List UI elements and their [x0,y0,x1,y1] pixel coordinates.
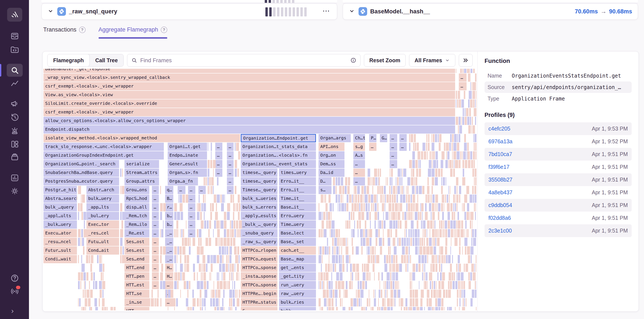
flamegraph-micro-frames[interactable] [370,220,371,229]
flamegraph-micro-frames[interactable] [432,186,433,194]
flamegraph-micro-frames[interactable] [404,186,404,194]
flamegraph-micro-frames[interactable] [91,272,93,280]
flamegraph-micro-frames[interactable] [210,272,211,280]
flamegraph-micro-frames[interactable] [429,298,432,306]
flamegraph-micro-frames[interactable] [213,298,215,306]
flamegraph-frame[interactable]: … [178,186,186,194]
flamegraph-micro-frames[interactable] [438,134,439,142]
flamegraph-micro-frames[interactable] [375,246,376,254]
flamegraph-micro-frames[interactable] [436,255,437,263]
flamegraph-micro-frames[interactable] [350,272,352,280]
flamegraph-micro-frames[interactable] [212,290,215,298]
flamegraph-micro-frames[interactable] [337,238,339,246]
flamegraph-micro-frames[interactable] [345,177,347,186]
flamegraph-micro-frames[interactable] [360,229,363,237]
flamegraph-micro-frames[interactable] [345,220,346,229]
flamegraph-micro-frames[interactable] [236,272,238,280]
flamegraph-micro-frames[interactable] [470,220,471,229]
flamegraph-micro-frames[interactable] [418,151,420,160]
flamegraph-micro-frames[interactable] [367,246,368,254]
flamegraph-frame[interactable]: bulk_s…errers [241,203,278,211]
flamegraph-micro-frames[interactable] [221,220,224,229]
flamegraph-micro-frames[interactable] [346,281,347,289]
flamegraph-micro-frames[interactable] [373,203,374,211]
flamegraph-micro-frames[interactable] [466,264,468,272]
flamegraph-micro-frames[interactable] [102,298,104,306]
flamegraph-micro-frames[interactable] [210,160,212,168]
flamegraph-micro-frames[interactable] [432,255,434,263]
flamegraph-micro-frames[interactable] [192,238,195,246]
flamegraph-frame[interactable]: _… [165,238,173,246]
flamegraph-micro-frames[interactable] [346,220,348,229]
flamegraph-micro-frames[interactable] [454,229,455,237]
flamegraph-micro-frames[interactable] [160,212,162,220]
flamegraph-micro-frames[interactable] [174,255,176,263]
flamegraph-micro-frames[interactable] [454,160,454,168]
flamegraph-micro-frames[interactable] [202,298,203,306]
flamegraph-micro-frames[interactable] [222,194,224,203]
flamegraph-micro-frames[interactable] [211,177,214,186]
flamegraph-micro-frames[interactable] [216,203,217,211]
flamegraph-micro-frames[interactable] [224,212,226,220]
flamegraph-frame[interactable]: Time…it__ [279,194,316,203]
flamegraph-micro-frames[interactable] [188,307,190,310]
flamegraph-micro-frames[interactable] [413,307,416,310]
flamegraph-micro-frames[interactable] [407,186,409,194]
flamegraph-micro-frames[interactable] [340,238,340,246]
flamegraph-micro-frames[interactable] [229,290,232,298]
flamegraph-micro-frames[interactable] [345,186,347,194]
flamegraph-micro-frames[interactable] [326,203,328,211]
issues-icon[interactable] [10,31,20,41]
flamegraph-frame[interactable]: … [390,151,397,160]
flamegraph-micro-frames[interactable] [468,125,471,134]
flamegraph-micro-frames[interactable] [376,229,378,237]
flamegraph-micro-frames[interactable] [193,264,195,272]
flamegraph-micro-frames[interactable] [458,212,459,220]
flamegraph-micro-frames[interactable] [433,290,436,298]
flamegraph-micro-frames[interactable] [432,194,435,203]
flamegraph-micro-frames[interactable] [168,290,170,298]
flamegraph-micro-frames[interactable] [473,82,476,90]
flamegraph-micro-frames[interactable] [474,194,476,203]
flamegraph-micro-frames[interactable] [426,238,428,246]
flamegraph-micro-frames[interactable] [472,229,474,237]
flamegraph-micro-frames[interactable] [394,290,396,298]
flamegraph-micro-frames[interactable] [163,220,164,229]
flamegraph-frame[interactable]: … [459,82,466,90]
flamegraph-micro-frames[interactable] [433,134,434,142]
flamegraph-micro-frames[interactable] [412,281,412,289]
flamegraph-micro-frames[interactable] [461,220,463,229]
flamegraph-micro-frames[interactable] [446,151,447,160]
flamegraph-micro-frames[interactable] [206,264,207,272]
flamegraph-micro-frames[interactable] [208,177,209,186]
flamegraph-micro-frames[interactable] [227,281,228,289]
flamegraph-micro-frames[interactable] [390,298,393,306]
flamegraph-frame[interactable]: _insta…sponse [241,272,278,280]
flamegraph-micro-frames[interactable] [383,212,384,220]
flamegraph-micro-frames[interactable] [438,298,441,306]
flamegraph-micro-frames[interactable] [426,134,428,142]
flamegraph-micro-frames[interactable] [235,264,235,272]
flamegraph-micro-frames[interactable] [410,272,410,280]
flamegraph-micro-frames[interactable] [390,168,390,177]
flamegraph-micro-frames[interactable] [435,203,436,211]
tab-transactions[interactable]: Transactions ? [43,26,86,39]
flamegraph-micro-frames[interactable] [80,238,81,246]
flamegraph-micro-frames[interactable] [84,220,85,229]
flamegraph-micro-frames[interactable] [223,272,226,280]
flamegraph-micro-frames[interactable] [438,212,439,220]
flamegraph-frame[interactable]: bulk… [279,307,316,310]
flamegraph-micro-frames[interactable] [204,290,207,298]
flamegraph-micro-frames[interactable] [472,125,475,134]
flamegraph-micro-frames[interactable] [373,177,375,186]
flamegraph-micro-frames[interactable] [427,281,428,289]
flamegraph-micro-frames[interactable] [411,168,412,177]
flamegraph-micro-frames[interactable] [332,307,334,310]
profile-link[interactable]: c4efc205 [488,126,510,132]
flamegraph-micro-frames[interactable] [428,194,429,203]
flamegraph-micro-frames[interactable] [236,203,236,211]
flamegraph-micro-frames[interactable] [236,229,237,237]
flamegraph-micro-frames[interactable] [454,134,456,142]
flamegraph-micro-frames[interactable] [120,229,123,237]
flamegraph-micro-frames[interactable] [441,168,442,177]
